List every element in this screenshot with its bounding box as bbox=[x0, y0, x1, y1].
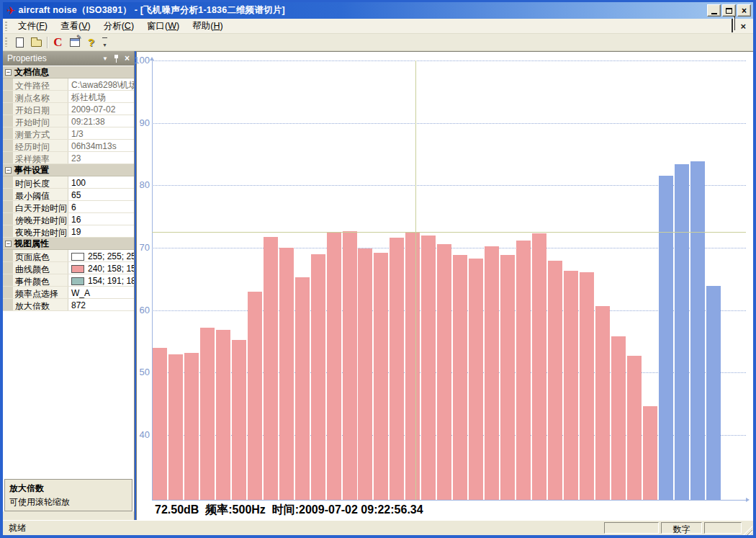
y-tick-label: 70 bbox=[128, 242, 150, 253]
minimize-button[interactable] bbox=[707, 4, 721, 17]
spectrum-bar[interactable] bbox=[327, 233, 341, 500]
property-help-desc: 可使用滚轮缩放 bbox=[9, 496, 127, 508]
collapse-toggle-icon[interactable]: − bbox=[5, 69, 12, 76]
new-document-button[interactable] bbox=[12, 35, 28, 50]
property-value[interactable]: C:\awa6298\机场 bbox=[68, 79, 134, 90]
toolbar-drag-handle[interactable] bbox=[5, 37, 7, 47]
property-row: 文件路径C:\awa6298\机场 bbox=[3, 79, 134, 91]
property-value[interactable]: 65 bbox=[68, 189, 134, 200]
spectrum-bar[interactable] bbox=[421, 236, 436, 500]
property-row: 页面底色255; 255; 25 bbox=[3, 250, 134, 262]
mdi-close-button[interactable]: × bbox=[740, 22, 746, 31]
row-indent bbox=[3, 250, 13, 261]
spectrum-bar[interactable] bbox=[580, 272, 594, 500]
help-button[interactable]: ? bbox=[83, 35, 99, 50]
property-value[interactable]: 154; 191; 18 bbox=[68, 274, 134, 286]
spectrum-bar[interactable] bbox=[374, 253, 388, 500]
property-row: 频率点选择W_A bbox=[3, 287, 134, 299]
spectrum-bar[interactable] bbox=[611, 336, 626, 500]
spectrum-bar[interactable] bbox=[343, 231, 357, 500]
property-value[interactable]: 09:21:38 bbox=[68, 115, 134, 127]
category-title: 事件设置 bbox=[14, 164, 49, 176]
menu-item-W[interactable]: 窗口(W) bbox=[140, 19, 186, 34]
spectrum-bar[interactable] bbox=[627, 356, 642, 500]
spectrum-bar[interactable] bbox=[405, 232, 420, 500]
spectrum-bar[interactable] bbox=[437, 244, 451, 500]
property-value[interactable]: 255; 255; 25 bbox=[68, 250, 134, 261]
property-value[interactable]: 240; 158; 15 bbox=[68, 262, 134, 274]
spectrum-chart[interactable]: 100908070605040 72.50dB 频率:500Hz 时间:2009… bbox=[136, 51, 753, 520]
property-value[interactable]: 栎社机场 bbox=[68, 91, 134, 102]
spectrum-bar[interactable] bbox=[485, 246, 499, 500]
row-indent bbox=[3, 189, 13, 200]
title-bar[interactable]: ✈ aircraft noise（ISO3891） - [飞机噪声分析1-183… bbox=[3, 2, 753, 19]
spectrum-bar[interactable] bbox=[358, 248, 372, 500]
property-value[interactable]: W_A bbox=[68, 287, 134, 298]
property-value[interactable]: 2009-07-02 bbox=[68, 103, 134, 115]
spectrum-bar[interactable] bbox=[184, 353, 199, 500]
panel-dropdown-icon[interactable]: ▼ bbox=[102, 55, 108, 62]
spectrum-bar[interactable] bbox=[168, 354, 183, 500]
spectrum-bar[interactable] bbox=[232, 340, 246, 500]
status-boxes: 数字 bbox=[604, 522, 753, 534]
spectrum-bar[interactable] bbox=[690, 161, 705, 500]
spectrum-bar[interactable] bbox=[264, 237, 278, 500]
spectrum-bar[interactable] bbox=[248, 292, 262, 500]
property-value[interactable]: 872 bbox=[68, 299, 134, 310]
property-value[interactable]: 6 bbox=[68, 201, 134, 212]
spectrum-bar[interactable] bbox=[548, 261, 562, 500]
collapse-toggle-icon[interactable]: − bbox=[5, 167, 12, 174]
properties-button[interactable] bbox=[66, 35, 83, 50]
open-file-button[interactable] bbox=[28, 35, 45, 50]
spectrum-bar[interactable] bbox=[279, 248, 294, 500]
property-value[interactable]: 19 bbox=[68, 225, 134, 237]
category-row[interactable]: −视图属性 bbox=[3, 238, 134, 250]
property-label: 页面底色 bbox=[13, 250, 68, 261]
spectrum-bar[interactable] bbox=[532, 233, 546, 500]
spectrum-bar[interactable] bbox=[469, 259, 483, 500]
spectrum-bar[interactable] bbox=[153, 348, 167, 500]
spectrum-bar[interactable] bbox=[311, 254, 325, 500]
menu-item-F[interactable]: 文件(F) bbox=[12, 19, 54, 34]
spectrum-bar[interactable] bbox=[500, 255, 515, 500]
x-axis-line bbox=[152, 500, 746, 501]
property-value[interactable]: 06h34m13s bbox=[68, 140, 134, 151]
spectrum-bar[interactable] bbox=[200, 328, 215, 500]
close-button[interactable]: × bbox=[737, 4, 751, 17]
spectrum-bar[interactable] bbox=[643, 406, 657, 500]
menu-item-C[interactable]: 分析(C) bbox=[97, 19, 140, 34]
menu-item-V[interactable]: 查看(V) bbox=[54, 19, 97, 34]
analysis-button[interactable]: C bbox=[50, 35, 66, 50]
close-icon: × bbox=[742, 6, 747, 15]
help-icon: ? bbox=[88, 37, 94, 48]
spectrum-bar[interactable] bbox=[295, 277, 310, 500]
spectrum-bar[interactable] bbox=[453, 255, 467, 500]
maximize-button[interactable] bbox=[722, 4, 736, 17]
menu-item-H[interactable]: 帮助(H) bbox=[186, 19, 229, 34]
spectrum-bar[interactable] bbox=[516, 241, 531, 500]
menu-drag-handle[interactable] bbox=[5, 22, 7, 31]
spectrum-bar[interactable] bbox=[390, 238, 404, 500]
property-value[interactable]: 100 bbox=[68, 176, 134, 188]
toolbar-overflow-chevron-icon[interactable]: ▼ bbox=[102, 37, 107, 48]
category-row[interactable]: −文档信息 bbox=[3, 66, 134, 79]
collapse-toggle-icon[interactable]: − bbox=[5, 241, 12, 247]
y-tick-label: 40 bbox=[128, 429, 150, 440]
mdi-restore-button[interactable] bbox=[732, 19, 733, 32]
y-axis-line bbox=[152, 60, 153, 500]
panel-pin-icon[interactable] bbox=[113, 55, 120, 63]
spectrum-bar[interactable] bbox=[564, 271, 578, 500]
spectrum-bar[interactable] bbox=[675, 164, 689, 500]
spectrum-bar[interactable] bbox=[216, 330, 230, 500]
window-title: aircraft noise（ISO3891） - [飞机噪声分析1-1836二… bbox=[19, 4, 285, 17]
property-value[interactable]: 16 bbox=[68, 213, 134, 225]
property-value[interactable]: 1/3 bbox=[68, 127, 134, 139]
property-value[interactable]: 23 bbox=[68, 152, 134, 163]
app-window: ✈ aircraft noise（ISO3891） - [飞机噪声分析1-183… bbox=[0, 0, 756, 538]
category-row[interactable]: −事件设置 bbox=[3, 164, 134, 176]
property-row: 时间长度100 bbox=[3, 176, 134, 189]
property-label: 经历时间 bbox=[13, 140, 68, 151]
spectrum-bar[interactable] bbox=[595, 306, 610, 500]
spectrum-bar[interactable] bbox=[706, 286, 721, 500]
spectrum-bar[interactable] bbox=[659, 176, 673, 500]
